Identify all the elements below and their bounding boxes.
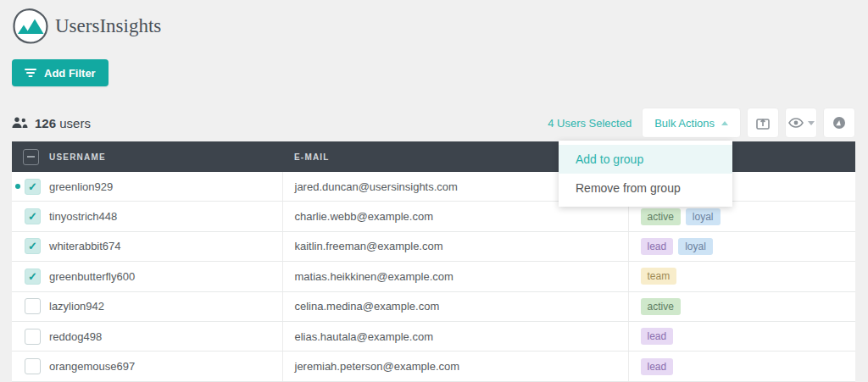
- email-cell-text: celina.medina@example.com: [295, 300, 440, 313]
- row-checkbox[interactable]: ✓: [25, 269, 41, 285]
- users-selected-link[interactable]: 4 Users Selected: [548, 117, 632, 130]
- row-checkbox[interactable]: ✓: [25, 238, 41, 254]
- bulk-actions-menu: Add to group Remove from group: [559, 141, 732, 207]
- table-row: ✓ whiterabbit674 kaitlin.freeman@example…: [12, 231, 855, 261]
- users-count-number: 126: [35, 116, 56, 130]
- select-all-header: [12, 141, 47, 172]
- select-all-checkbox[interactable]: [23, 149, 39, 165]
- users-count-text: 126 users: [35, 116, 91, 130]
- row-checkbox[interactable]: [25, 358, 41, 374]
- email-cell: matias.heikkinen@example.com: [282, 262, 628, 291]
- username-cell: greenlion929: [47, 172, 282, 202]
- tag-badge: lead: [641, 238, 674, 255]
- tags-cell: lead: [628, 321, 855, 351]
- email-cell: jeremiah.peterson@example.com: [282, 352, 628, 381]
- brand-name: UsersInsights: [55, 15, 161, 37]
- eye-icon: [788, 118, 804, 128]
- username-cell: orangemouse697: [47, 352, 282, 381]
- tag-badge: active: [641, 208, 681, 225]
- email-cell: kaitlin.freeman@example.com: [282, 231, 628, 261]
- username-cell-text: whiterabbit674: [49, 240, 121, 252]
- globe-icon: [832, 116, 846, 130]
- username-cell-text: tinyostrich448: [49, 210, 117, 223]
- checkbox-cell: ✓: [12, 202, 47, 231]
- username-header[interactable]: USERNAME: [47, 141, 282, 172]
- export-icon: [756, 117, 770, 130]
- tags-cell: leadloyal: [628, 231, 855, 261]
- username-cell-text: lazylion942: [49, 300, 104, 313]
- username-cell-text: reddog498: [49, 330, 102, 343]
- email-cell-text: elias.hautala@example.com: [295, 330, 434, 343]
- bulk-actions-button[interactable]: Bulk Actions: [642, 108, 741, 138]
- column-visibility-button[interactable]: [785, 108, 817, 138]
- row-checkbox[interactable]: [25, 329, 41, 345]
- table-row: reddog498 elias.hautala@example.com lead: [12, 321, 855, 351]
- username-cell-text: greenbutterfly600: [49, 270, 135, 283]
- table-row: ✓ greenbutterfly600 matias.heikkinen@exa…: [12, 262, 855, 291]
- tags-cell: team: [628, 262, 855, 291]
- app-logo: UsersInsights: [12, 8, 161, 45]
- toolbar: 126 users 4 Users Selected Bulk Actions: [12, 108, 855, 138]
- filter-icon: [25, 68, 36, 78]
- checkbox-cell: [12, 291, 47, 321]
- menu-item-add-to-group[interactable]: Add to group: [559, 145, 732, 174]
- table-row: lazylion942 celina.medina@example.com ac…: [12, 291, 855, 321]
- username-cell: reddog498: [47, 321, 282, 351]
- indeterminate-icon: [27, 156, 35, 158]
- checkbox-cell: ✓: [12, 231, 47, 261]
- add-filter-label: Add Filter: [44, 67, 96, 80]
- tag-badge: loyal: [678, 238, 713, 255]
- email-cell: celina.medina@example.com: [282, 291, 628, 321]
- tags-cell: lead: [628, 352, 855, 381]
- tag-badge: team: [641, 268, 677, 285]
- email-cell-text: kaitlin.freeman@example.com: [295, 240, 443, 252]
- username-cell: tinyostrich448: [47, 202, 282, 231]
- add-filter-button[interactable]: Add Filter: [12, 59, 108, 86]
- email-cell-text: jeremiah.peterson@example.com: [295, 360, 460, 373]
- tag-badge: loyal: [686, 208, 721, 225]
- row-checkbox[interactable]: ✓: [25, 179, 41, 195]
- caret-up-icon: [721, 121, 728, 125]
- username-cell: greenbutterfly600: [47, 262, 282, 291]
- export-button[interactable]: [747, 108, 779, 138]
- globe-button[interactable]: [823, 108, 855, 138]
- row-checkbox[interactable]: [25, 298, 41, 314]
- logo-icon: [12, 8, 49, 45]
- users-count-label: users: [59, 116, 91, 130]
- table-row: orangemouse697 jeremiah.peterson@example…: [12, 352, 855, 381]
- email-cell-text: jared.duncan@usersinsights.com: [295, 180, 458, 193]
- username-cell: lazylion942: [47, 291, 282, 321]
- checkbox-cell: [12, 352, 47, 381]
- selected-dot: [15, 184, 20, 189]
- bulk-actions-label: Bulk Actions: [654, 117, 715, 130]
- toolbar-right: 4 Users Selected Bulk Actions: [548, 108, 855, 138]
- email-cell: elias.hautala@example.com: [282, 321, 628, 351]
- checkbox-cell: ✓: [12, 172, 47, 202]
- tag-badge: lead: [641, 358, 674, 375]
- tag-badge: active: [641, 298, 681, 315]
- email-cell-text: charlie.webb@example.com: [295, 210, 434, 223]
- username-cell: whiterabbit674: [47, 231, 282, 261]
- tag-badge: lead: [641, 328, 674, 345]
- users-count: 126 users: [12, 116, 91, 130]
- checkbox-cell: [12, 321, 47, 351]
- username-cell-text: orangemouse697: [49, 360, 135, 373]
- menu-item-remove-from-group[interactable]: Remove from group: [559, 174, 732, 202]
- email-cell-text: matias.heikkinen@example.com: [295, 270, 453, 283]
- caret-down-icon: [808, 121, 815, 125]
- tags-cell: active: [628, 291, 855, 321]
- checkbox-cell: ✓: [12, 262, 47, 291]
- username-cell-text: greenlion929: [49, 180, 113, 193]
- users-icon: [12, 117, 28, 129]
- row-checkbox[interactable]: ✓: [25, 208, 41, 224]
